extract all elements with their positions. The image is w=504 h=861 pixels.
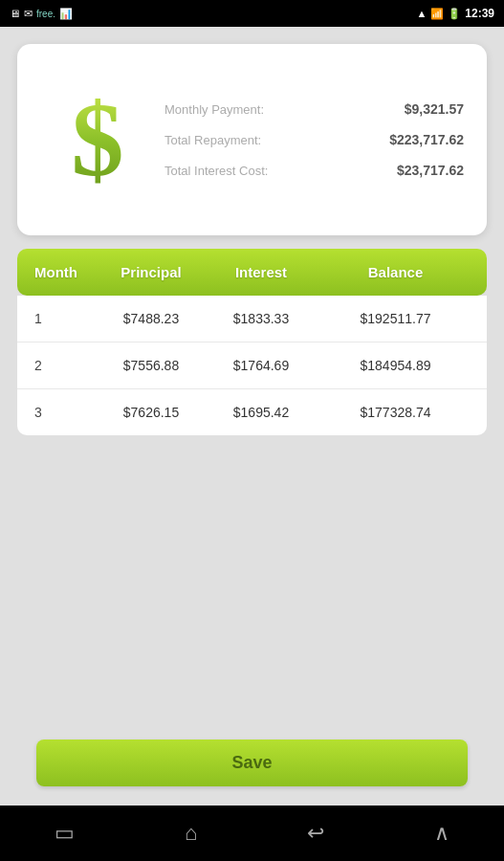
table-body: 1 $7488.23 $1833.33 $192511.77 2 $7556.8… [17, 296, 487, 435]
status-bar-left: 🖥 ✉ free. 📊 [10, 8, 73, 20]
row2-principal: $7556.88 [94, 358, 208, 373]
menu-icon[interactable]: ∧ [434, 821, 449, 846]
email-icon: ✉ [24, 8, 33, 20]
row3-balance: $177328.74 [314, 405, 477, 420]
row3-interest: $1695.42 [208, 405, 314, 420]
main-content: $ Monthly Payment: $9,321.57 Total Repay… [0, 27, 504, 806]
header-month: Month [27, 264, 94, 280]
total-repayment-label: Total Repayment: [164, 133, 261, 147]
row1-principal: $7488.23 [94, 311, 208, 326]
amortization-table: Month Principal Interest Balance 1 $7488… [17, 249, 487, 726]
header-balance: Balance [314, 264, 477, 280]
table-row: 2 $7556.88 $1764.69 $184954.89 [17, 342, 487, 389]
total-interest-row: Total Interest Cost: $23,717.62 [164, 163, 464, 178]
row3-principal: $7626.15 [94, 405, 208, 420]
notification-icon: 🖥 [10, 8, 20, 19]
row3-month: 3 [27, 405, 94, 420]
dollar-sign-icon: $ [72, 87, 124, 192]
chart-icon: 📊 [59, 8, 73, 20]
table-header: Month Principal Interest Balance [17, 249, 487, 296]
battery-icon: 🔋 [448, 8, 461, 20]
status-bar-right: ▲ 📶 🔋 12:39 [416, 7, 494, 20]
dollar-sign-container: $ [40, 87, 155, 192]
header-principal: Principal [94, 264, 208, 280]
row2-interest: $1764.69 [208, 358, 314, 373]
free-icon: free. [36, 9, 55, 19]
summary-details: Monthly Payment: $9,321.57 Total Repayme… [155, 101, 464, 178]
row2-month: 2 [27, 358, 94, 373]
status-time: 12:39 [465, 7, 494, 20]
total-interest-label: Total Interest Cost: [164, 164, 268, 178]
total-interest-value: $23,717.62 [397, 163, 464, 178]
summary-card: $ Monthly Payment: $9,321.57 Total Repay… [17, 44, 487, 235]
monthly-payment-row: Monthly Payment: $9,321.57 [164, 101, 464, 117]
row2-balance: $184954.89 [314, 358, 477, 373]
header-interest: Interest [208, 264, 314, 280]
signal-icon: 📶 [430, 8, 444, 20]
home-icon[interactable]: ⌂ [185, 821, 197, 846]
back-icon[interactable]: ↩ [307, 821, 324, 846]
total-repayment-row: Total Repayment: $223,717.62 [164, 132, 464, 147]
total-repayment-value: $223,717.62 [389, 132, 464, 147]
table-row: 1 $7488.23 $1833.33 $192511.77 [17, 296, 487, 342]
monthly-payment-label: Monthly Payment: [164, 102, 264, 117]
row1-month: 1 [27, 311, 94, 326]
monthly-payment-value: $9,321.57 [405, 101, 464, 117]
status-bar: 🖥 ✉ free. 📊 ▲ 📶 🔋 12:39 [0, 0, 504, 27]
wifi-icon: ▲ [416, 8, 427, 19]
row1-interest: $1833.33 [208, 311, 314, 326]
save-button-container: Save [17, 740, 487, 796]
row1-balance: $192511.77 [314, 311, 477, 326]
save-button[interactable]: Save [36, 740, 468, 786]
recent-apps-icon[interactable]: ▭ [55, 821, 75, 846]
nav-bar: ▭ ⌂ ↩ ∧ [0, 806, 504, 861]
table-row: 3 $7626.15 $1695.42 $177328.74 [17, 389, 487, 435]
